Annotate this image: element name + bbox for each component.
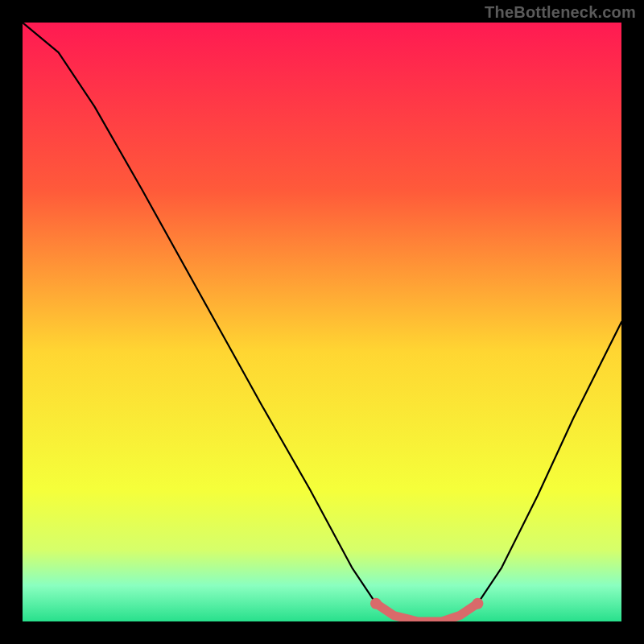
attribution-label: TheBottleneck.com [485,3,636,22]
chart-svg [23,23,621,621]
optimal-start-dot [370,598,382,609]
optimal-end-dot [472,598,483,609]
plot-area [23,23,621,621]
gradient-background [23,23,621,621]
chart-frame: TheBottleneck.com [0,0,644,644]
